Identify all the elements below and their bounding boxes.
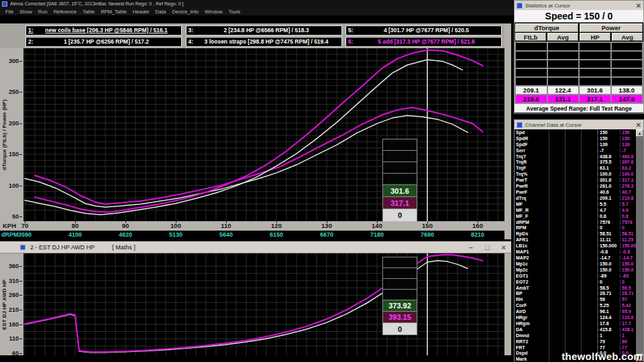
run-legend-item-2[interactable]: 2:1 [235.7 HP @6256 RPM] / 517.2 bbox=[25, 37, 182, 48]
channel-empty-cell bbox=[566, 129, 582, 135]
channel-run5-value: 58 bbox=[598, 297, 620, 302]
channel-empty-cell bbox=[549, 183, 566, 189]
channel-empty-cell bbox=[533, 249, 549, 255]
channel-empty-cell bbox=[566, 141, 582, 147]
channel-empty-cell bbox=[533, 183, 549, 189]
channel-name: Mp2c bbox=[515, 267, 533, 272]
channel-row-mf_f: MF_F0.80.8 bbox=[515, 213, 643, 219]
channel-name: HRgm bbox=[515, 321, 533, 326]
run-legend-item-1[interactable]: 1:new coils base [206.3 HP @5846 RPM] / … bbox=[25, 25, 182, 36]
stats-empty-cell bbox=[612, 69, 643, 76]
channel-name: AFR1 bbox=[515, 237, 533, 242]
stats-empty-cell bbox=[612, 78, 643, 85]
channel-empty-cell bbox=[582, 135, 598, 141]
close-icon[interactable]: × bbox=[502, 244, 506, 251]
main-chart-y-axis-label: dTorque (FtLb) / Power (HP) bbox=[0, 48, 9, 221]
channel-name: MF_R bbox=[515, 208, 533, 213]
channel-run6-value: 397.6 bbox=[620, 160, 637, 164]
channel-empty-cell bbox=[549, 207, 566, 213]
close-icon[interactable]: ✕ bbox=[636, 121, 641, 129]
channel-empty-cell bbox=[549, 308, 566, 314]
channel-run5-value: 77 bbox=[598, 345, 620, 350]
app-title-bar: Atmos Corrected [SAE J607, 15°C, 1013mBa… bbox=[0, 0, 514, 7]
channel-empty-cell bbox=[549, 237, 566, 243]
channel-run5-value: 17.8 bbox=[598, 321, 620, 326]
channel-empty-cell bbox=[533, 243, 549, 249]
menu-file[interactable]: File bbox=[5, 9, 13, 15]
menu-tools[interactable]: Tools bbox=[229, 9, 241, 15]
menu-run[interactable]: Run bbox=[38, 9, 48, 15]
channel-empty-cell bbox=[533, 314, 549, 320]
menu-show[interactable]: Show bbox=[19, 9, 32, 15]
channel-empty-cell bbox=[566, 296, 582, 302]
channel-row-lb1c: LB1c150.000150.000 bbox=[515, 243, 643, 249]
maximize-icon[interactable]: □ bbox=[485, 244, 490, 251]
channel-empty-cell bbox=[549, 302, 566, 308]
channel-empty-cell bbox=[533, 285, 549, 291]
cursor-box-empty-cell bbox=[383, 162, 417, 174]
channel-empty-cell bbox=[533, 219, 549, 225]
channel-data-scrollbar[interactable]: ▲ ▼ bbox=[636, 129, 643, 361]
close-icon[interactable]: ✕ bbox=[636, 2, 641, 9]
channel-empty-cell bbox=[566, 255, 582, 261]
channel-run6-value: 150.000 bbox=[620, 243, 637, 248]
channel-empty-cell bbox=[533, 237, 549, 243]
channel-empty-cell bbox=[566, 154, 582, 160]
channel-empty-cell bbox=[582, 273, 598, 279]
channel-empty-cell bbox=[582, 219, 598, 225]
run-legend-item-3[interactable]: 3:2 [234.8 HP @6566 RPM] / 518.3 bbox=[186, 25, 342, 36]
menu-device_info[interactable]: Device_Info bbox=[172, 9, 199, 15]
y-tick-label: 200 bbox=[9, 120, 22, 127]
menu-table[interactable]: Table bbox=[83, 9, 95, 15]
cursor-box-run6-value: 393.15 bbox=[383, 312, 417, 323]
channel-empty-cell bbox=[566, 237, 582, 243]
channel-name: EGT2 bbox=[515, 280, 533, 284]
run-legend-item-5[interactable]: 5:4 [301.7 HP @7677 RPM] / 520.5 bbox=[345, 25, 502, 36]
menu-reference[interactable]: Reference bbox=[54, 9, 77, 15]
channel-run6-value: 5.7 bbox=[620, 202, 637, 206]
scroll-up-icon[interactable]: ▲ bbox=[636, 129, 643, 137]
run-legend-item-6[interactable]: 6:5 add [317.3 HP @7677 RPM] / 521.6 bbox=[345, 37, 502, 48]
channel-empty-cell bbox=[549, 201, 566, 207]
run-index: 1: bbox=[26, 27, 37, 34]
channel-name: Mp1c bbox=[515, 261, 533, 266]
channel-empty-cell bbox=[566, 195, 582, 201]
channel-row-mf_r: MF_R4.74.9 bbox=[515, 207, 643, 213]
channel-run6-value: 150.0 bbox=[620, 261, 637, 266]
channel-run5-value: -0.8 bbox=[598, 249, 620, 254]
cursor-box-empty-cell bbox=[383, 257, 417, 268]
channel-run5-value: 150.0 bbox=[598, 261, 620, 266]
channel-empty-cell bbox=[566, 177, 582, 183]
stats-empty-cell bbox=[612, 43, 643, 50]
main-chart-cursor-value-box[interactable]: 301.6317.10 bbox=[382, 139, 417, 222]
channel-empty-cell bbox=[549, 249, 566, 255]
run-label: new coils base [206.3 HP @5846 RPM] / 51… bbox=[37, 27, 181, 34]
app-icon bbox=[2, 1, 7, 7]
run-legend-item-4[interactable]: 4:3 loosen straps [298.8 HP @7475 RPM] /… bbox=[186, 37, 342, 48]
channel-empty-cell bbox=[566, 290, 582, 296]
channel-name: PwrF bbox=[515, 190, 533, 194]
bottom-chart-plot[interactable]: 373.92393.150 bbox=[23, 253, 504, 355]
channel-empty-cell bbox=[533, 160, 549, 166]
run-label: 2 [234.8 HP @6566 RPM] / 518.3 bbox=[197, 27, 341, 34]
run-label: 5 add [317.3 HP @7677 RPM] / 521.6 bbox=[357, 38, 501, 45]
channel-empty-cell bbox=[549, 285, 566, 291]
channel-empty-cell bbox=[582, 261, 598, 267]
channel-run5-value: 58.5 bbox=[598, 286, 620, 290]
menu-header[interactable]: Header bbox=[133, 9, 150, 15]
channel-data-title: Channel Data at Cursor bbox=[525, 122, 636, 128]
main-chart-drpm-axis: dRPM 35904100462051305640615066707180769… bbox=[0, 231, 504, 239]
main-chart-plot[interactable]: 301.6317.10 bbox=[23, 48, 504, 221]
menu-data[interactable]: Data bbox=[156, 9, 166, 15]
channel-empty-cell bbox=[549, 339, 566, 345]
channel-name: RpDs bbox=[515, 231, 533, 236]
channel-run5-value: 139 bbox=[598, 142, 620, 147]
menu-window[interactable]: Window bbox=[205, 9, 223, 15]
stats-empty-cell bbox=[516, 60, 547, 68]
channel-run5-value: 0 bbox=[598, 225, 620, 230]
channel-run6-value: -14.7 bbox=[620, 255, 637, 260]
bottom-chart-cursor-value-box[interactable]: 373.92393.150 bbox=[382, 257, 417, 335]
channel-row-frt: FRT7777 bbox=[515, 345, 643, 351]
minimize-icon[interactable]: – bbox=[469, 244, 473, 251]
menu-rpm_table[interactable]: RPM_Table bbox=[101, 9, 127, 15]
